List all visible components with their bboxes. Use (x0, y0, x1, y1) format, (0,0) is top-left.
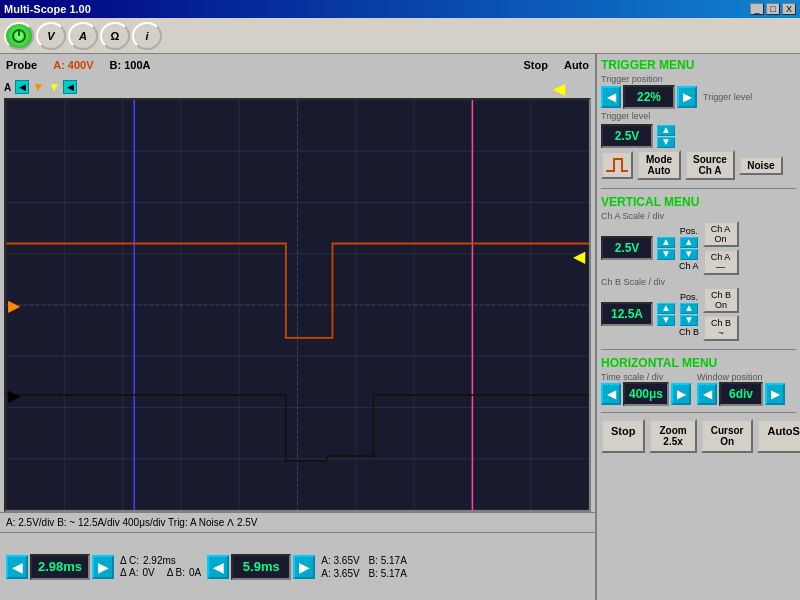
delta-values: Δ C: 2.92ms Δ A: 0V Δ B: 0A (120, 555, 201, 578)
time-scale-control: ◀ 400μs ▶ (601, 382, 691, 406)
time-b-display: 5.9ms (231, 554, 291, 580)
time-a-right-btn[interactable]: ▶ (92, 555, 114, 579)
delta-c-row: Δ C: 2.92ms (120, 555, 201, 566)
chb-pos-group: Pos. ▲ ▼ Ch B (679, 292, 699, 337)
delta-a-row: Δ A: 0V Δ B: 0A (120, 567, 201, 578)
main-area: Probe A: 400V B: 100A Stop Auto A ◀ ▼ ▼ … (0, 54, 800, 600)
trig-arrow: ◀ (553, 79, 565, 98)
minimize-btn[interactable]: _ (750, 3, 764, 15)
time-scale-left-btn[interactable]: ◀ (601, 383, 621, 405)
trig-pos-left-btn[interactable]: ◀ (601, 86, 621, 108)
time-b-right-btn[interactable]: ▶ (293, 555, 315, 579)
ch-a-indicator-label: A (4, 82, 11, 93)
trig-pos-right-btn[interactable]: ▶ (677, 86, 697, 108)
voltage-btn[interactable]: V (36, 22, 66, 50)
scope-canvas (6, 100, 589, 510)
chb-pos-down-btn[interactable]: ▼ (680, 315, 698, 326)
amp-b2-label: B: (368, 568, 377, 579)
noise-btn[interactable]: Noise (739, 156, 783, 175)
cha-scale-down-btn[interactable]: ▼ (657, 249, 675, 260)
separator-2 (601, 349, 796, 350)
cha-scale-up-btn[interactable]: ▲ (657, 237, 675, 248)
source-btn[interactable]: Source Ch A (685, 150, 735, 180)
app-title: Multi-Scope 1.00 (4, 3, 91, 15)
cursor-btn[interactable]: CursorOn (701, 419, 754, 453)
trigger-shape-btn[interactable] (601, 151, 633, 179)
chb-scale-row: 12.5A ▲ ▼ Pos. ▲ ▼ Ch B Ch BOn Ch B~ (601, 287, 796, 341)
horizontal-menu: HORIZONTAL MENU Time scale / div ◀ 400μs… (601, 356, 796, 406)
cha-pos-up-btn[interactable]: ▲ (680, 237, 698, 248)
trig-level-control: 2.5V ▲ ▼ (601, 124, 796, 148)
ch-b-pos-arrow: ▶ (8, 386, 20, 405)
time-b-left-btn[interactable]: ◀ (207, 555, 229, 579)
time-a-left-btn[interactable]: ◀ (6, 555, 28, 579)
chb-onoff-btn[interactable]: Ch BOn (703, 287, 739, 313)
volt-a2-row: A: 3.65V B: 5.17A (321, 568, 407, 579)
cha-tilde-btn[interactable]: Ch A— (703, 249, 739, 275)
volt-a-label: A: (321, 555, 330, 566)
chb-scale-display: 12.5A (601, 302, 653, 326)
status-text: A: 2.5V/div B: ~ 12.5A/div 400μs/div Tri… (6, 517, 258, 528)
cha-onoff-btn[interactable]: Ch AOn (703, 221, 739, 247)
trigger-mode-row: Mode Auto Source Ch A Noise (601, 150, 796, 180)
time-scale-label: Time scale / div (601, 372, 691, 382)
source-label2: Ch A (693, 165, 727, 176)
time-a-display: 2.98ms (30, 554, 90, 580)
time-scale-display: 400μs (623, 382, 669, 406)
ch-b-value: B: 100A (110, 59, 151, 71)
amp-b2-value: 5.17A (381, 568, 407, 579)
separator-3 (601, 412, 796, 413)
current-btn[interactable]: A (68, 22, 98, 50)
volt-a-row: A: 3.65V B: 5.17A (321, 555, 407, 566)
chb-label: Ch B (679, 327, 699, 337)
chb-scale-up-btn[interactable]: ▲ (657, 303, 675, 314)
chb-pos-up-btn[interactable]: ▲ (680, 303, 698, 314)
action-btns: Stop Zoom2.5x CursorOn AutoSet (601, 419, 796, 453)
amp-b-value: 5.17A (381, 555, 407, 566)
trig-level-label: Trigger level (703, 92, 752, 102)
right-panel: TRIGGER MENU Trigger position ◀ 22% ▶ Tr… (595, 54, 800, 600)
zoom-btn[interactable]: Zoom2.5x (649, 419, 696, 453)
window-pos-right-btn[interactable]: ▶ (765, 383, 785, 405)
trigger-menu-title: TRIGGER MENU (601, 58, 796, 72)
ch-a-pos-arrow: ▶ (8, 296, 20, 315)
power-btn[interactable] (4, 22, 34, 50)
window-pos-left-btn[interactable]: ◀ (697, 383, 717, 405)
ch-a-tri1: ▼ (31, 80, 45, 94)
cha-onoff-group: Ch AOn Ch A— (703, 221, 739, 275)
trig-level-display: 2.5V (601, 124, 653, 148)
stop-label: Stop (524, 59, 548, 71)
time-scale-right-btn[interactable]: ▶ (671, 383, 691, 405)
window-controls[interactable]: _ □ X (750, 3, 796, 15)
stop-btn[interactable]: Stop (601, 419, 645, 453)
maximize-btn[interactable]: □ (766, 3, 780, 15)
volt-a-value: 3.65V (334, 555, 360, 566)
mode-btn[interactable]: Mode Auto (637, 150, 681, 180)
time-b-control: ◀ 5.9ms ▶ (207, 554, 315, 580)
chb-onoff-group: Ch BOn Ch B~ (703, 287, 739, 341)
horizontal-controls: Time scale / div ◀ 400μs ▶ Window positi… (601, 372, 796, 406)
cha-pos-group: Pos. ▲ ▼ Ch A (679, 226, 699, 271)
autoset-btn[interactable]: AutoSet (757, 419, 800, 453)
scope-display: ▶ ▶ ◀ (4, 98, 591, 512)
trig-level-up-btn[interactable]: ▲ (657, 125, 675, 136)
trig-level-section: Trigger level (703, 92, 752, 103)
cha-pos-down-btn[interactable]: ▼ (680, 249, 698, 260)
ch-a-marker[interactable]: ◀ (15, 80, 29, 94)
cha-scale-label: Ch A Scale / div (601, 211, 796, 221)
amp-b-label: B: (368, 555, 377, 566)
bottom-controls: ◀ 2.98ms ▶ Δ C: 2.92ms Δ A: 0V Δ B: 0A (0, 532, 595, 600)
close-btn[interactable]: X (782, 3, 796, 15)
chb-scale-down-btn[interactable]: ▼ (657, 315, 675, 326)
info-btn[interactable]: i (132, 22, 162, 50)
ch-b-marker[interactable]: ◀ (63, 80, 77, 94)
chb-tilde-btn[interactable]: Ch B~ (703, 315, 739, 341)
window-pos-control: ◀ 6div ▶ (697, 382, 785, 406)
resistance-btn[interactable]: Ω (100, 22, 130, 50)
trig-level-row: Trigger level (601, 111, 796, 121)
delta-a-label: Δ A: (120, 567, 138, 578)
probe-label: Probe (6, 59, 37, 71)
trig-level-arrow: ◀ (573, 246, 585, 265)
cha-label: Ch A (679, 261, 699, 271)
trig-level-down-btn[interactable]: ▼ (657, 137, 675, 148)
